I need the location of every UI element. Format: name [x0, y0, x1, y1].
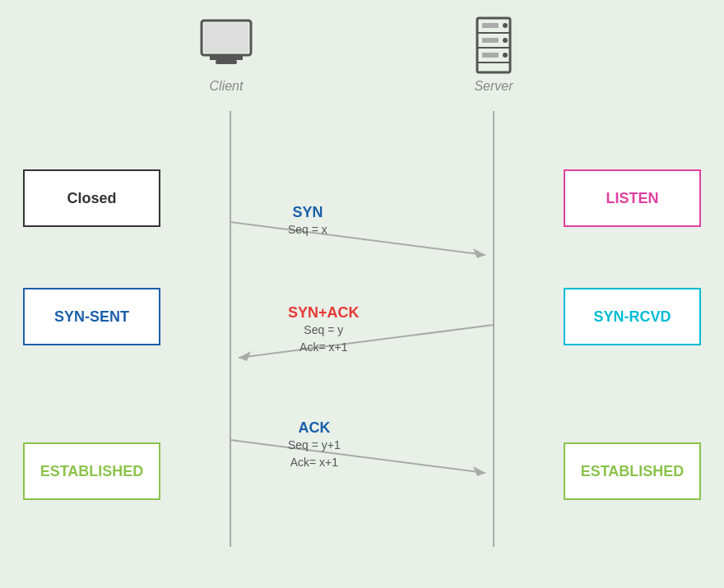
syn-rcvd-label: SYN-RCVD — [593, 308, 671, 326]
svg-rect-1 — [210, 55, 243, 60]
ack-details: Seq = y+1 Ack= x+1 — [288, 437, 341, 471]
syn-sent-state-box: SYN-SENT — [23, 288, 160, 345]
svg-point-12 — [503, 38, 508, 43]
diagram: Client Server — [0, 0, 724, 588]
established-right-box: ESTABLISHED — [564, 442, 701, 500]
server-label: Server — [474, 79, 513, 94]
established-left-label: ESTABLISHED — [40, 463, 144, 480]
client-label: Client — [210, 79, 244, 94]
closed-label: Closed — [67, 190, 116, 207]
syn-name: SYN — [288, 204, 327, 221]
synack-details: Seq = y Ack= x+1 — [288, 322, 360, 356]
synack-arrow-head — [239, 351, 251, 361]
svg-point-13 — [503, 53, 508, 58]
ack-message: ACK Seq = y+1 Ack= x+1 — [288, 419, 341, 471]
syn-details: Seq = x — [288, 221, 327, 238]
svg-rect-8 — [482, 23, 499, 28]
syn-rcvd-state-box: SYN-RCVD — [564, 288, 701, 345]
listen-state-box: LISTEN — [564, 169, 701, 227]
synack-seq: Seq = y — [304, 323, 343, 336]
listen-label: LISTEN — [606, 190, 658, 207]
syn-message: SYN Seq = x — [288, 204, 327, 238]
synack-ack: Ack= x+1 — [299, 340, 347, 354]
established-right-label: ESTABLISHED — [581, 463, 685, 480]
client-area: Client — [197, 16, 255, 94]
ack-arrow-line — [230, 440, 485, 473]
ack-arrow-head — [473, 466, 485, 476]
svg-rect-3 — [204, 23, 248, 53]
svg-rect-10 — [482, 53, 499, 58]
ack-name: ACK — [288, 419, 341, 437]
synack-message: SYN+ACK Seq = y Ack= x+1 — [288, 304, 360, 356]
synack-name: SYN+ACK — [288, 304, 360, 322]
syn-arrow-head — [473, 248, 485, 258]
ack-ack: Ack= x+1 — [290, 456, 338, 469]
syn-arrow-line — [230, 222, 485, 255]
closed-state-box: Closed — [23, 169, 160, 227]
server-area: Server — [469, 16, 518, 94]
established-left-box: ESTABLISHED — [23, 442, 160, 500]
svg-rect-9 — [482, 38, 499, 43]
svg-rect-2 — [216, 60, 237, 64]
ack-seq: Seq = y+1 — [288, 438, 341, 451]
client-icon — [197, 16, 255, 74]
synack-arrow-line — [239, 325, 494, 358]
svg-point-11 — [503, 23, 508, 28]
syn-sent-label: SYN-SENT — [54, 308, 129, 326]
server-icon — [469, 16, 518, 74]
